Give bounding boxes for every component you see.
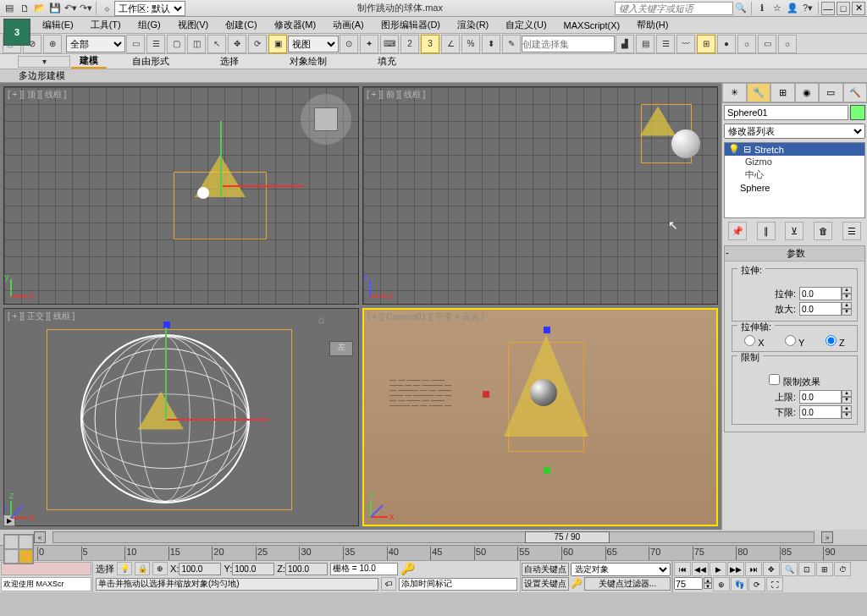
viewcube-icon[interactable] [301,94,351,145]
stretch-input[interactable] [799,287,842,300]
tab-modeling[interactable]: 建模 [71,54,107,69]
goto-start-icon[interactable]: ⏮ [674,562,691,576]
mirror-icon[interactable]: ▟ [616,35,634,53]
z-input[interactable] [285,563,328,575]
limit-effect-check[interactable] [769,374,780,385]
upper-input[interactable] [799,390,842,404]
axis-x-radio[interactable] [744,335,755,346]
menu-modifiers[interactable]: 修改器(M) [266,19,325,31]
current-frame-input[interactable] [674,577,703,590]
snap3d-icon[interactable]: 3 [421,35,439,53]
link-icon[interactable]: ⟐ [100,2,113,15]
search-icon[interactable]: 🔍 [734,2,748,15]
tab-selection[interactable]: 选择 [195,55,264,68]
params-header[interactable]: -参数 [725,246,864,261]
tab-freeform[interactable]: 自由形式 [107,55,195,68]
select-tool-icon[interactable]: ▭ [126,35,145,53]
object-name-input[interactable] [724,105,848,120]
tab-create-icon[interactable]: ✳ [722,83,747,102]
viewport-camera[interactable]: [ + ][ Camera01 ][ 平滑 + 高光 ] — — —— — ——… [362,308,718,526]
selection-filter[interactable]: 全部 [66,36,125,52]
play-icon[interactable]: ▶ [710,562,726,576]
timeslider-next-icon[interactable]: > [821,531,833,543]
redo-icon[interactable]: ↷▾ [79,2,92,15]
render-frame-icon[interactable]: ▭ [758,35,776,53]
abs-rel-icon[interactable]: ⊕ [152,562,168,575]
home-icon[interactable]: ⌂ [318,314,324,326]
tab-modify-icon[interactable]: 🔧 [747,83,771,102]
setkey-button[interactable]: 设置关键点 [522,577,569,591]
viewcube-face[interactable]: 左 [329,341,353,356]
show-end-icon[interactable]: ∥ [757,222,776,240]
menu-customize[interactable]: 自定义(U) [497,19,555,31]
maximize-button[interactable]: □ [837,2,850,15]
new-icon[interactable]: 🗋 [18,2,31,15]
remove-mod-icon[interactable]: 🗑 [814,222,832,240]
editnamed-icon[interactable]: ✎ [502,35,521,53]
amplify-input[interactable] [799,302,842,316]
timeslider-prev-icon[interactable]: < [34,531,46,543]
unique-icon[interactable]: ⊻ [785,222,803,240]
autokey-button[interactable]: 自动关键点 [522,563,569,576]
pin-stack-icon[interactable]: 📌 [728,222,747,240]
save-icon[interactable]: 💾 [48,2,62,15]
align-icon[interactable]: ▤ [636,35,654,53]
minimize-button[interactable]: — [821,2,835,15]
spinner-down-icon[interactable]: ▼ [842,294,852,300]
infocenter-icon[interactable]: ℹ [755,2,769,15]
key-icon[interactable]: 🔑 [400,562,415,575]
nav-zoom-icon[interactable]: 🔍 [781,562,798,576]
timetag-icon[interactable]: 🏷 [381,577,396,591]
nav-pan-icon[interactable]: ✥ [763,562,780,576]
nav-zoomall-icon[interactable]: ⊞ [816,562,833,576]
menu-grapheditors[interactable]: 图形编辑器(D) [373,19,449,31]
timeconfig-icon[interactable]: ⏱ [834,562,851,576]
manip-icon[interactable]: ✦ [360,35,378,53]
menu-tools[interactable]: 工具(T) [82,19,130,31]
configure-icon[interactable]: ☰ [842,222,861,240]
window-crossing-icon[interactable]: ◫ [187,35,206,53]
anglesnap-icon[interactable]: ∠ [441,35,460,53]
timeline-ruler[interactable]: 051015202530354045505560657075808590 [37,547,867,560]
time-slider-track[interactable]: 75 / 90 [52,531,815,543]
tab-populate[interactable]: 填充 [352,55,422,68]
setkey-key-icon[interactable]: 🔑 [571,578,583,589]
spinnersnap-icon[interactable]: ⬍ [482,35,500,53]
timetag-input[interactable] [399,578,517,591]
tab-display-icon[interactable]: ▭ [819,83,843,102]
next-frame-icon[interactable]: ▶▶ [727,562,744,576]
pivot-icon[interactable]: ⊙ [340,35,358,53]
pctsnap-icon[interactable]: % [461,35,480,53]
viewport-front[interactable]: [ + ][ 前 ][ 线框 ] ↖ xz [362,86,718,305]
lock2-icon[interactable]: 🔒 [135,562,150,575]
menu-edit[interactable]: 编辑(E) [34,19,82,31]
menu-animation[interactable]: 动画(A) [324,19,373,31]
menu-create[interactable]: 创建(C) [217,19,265,31]
bulb-icon[interactable]: 💡 [728,144,740,155]
open-icon[interactable]: 📂 [33,2,47,15]
search-input[interactable] [615,2,733,15]
bind-tool-icon[interactable]: ⊕ [43,35,62,53]
tab-objectpaint[interactable]: 对象绘制 [264,55,352,68]
undo-icon[interactable]: ↶▾ [64,2,77,15]
material-icon[interactable]: ● [717,35,736,53]
star-icon[interactable]: ☆ [770,2,784,15]
y-input[interactable] [232,563,274,575]
nav-rotate-icon[interactable]: ⟳ [748,577,765,591]
app-logo-icon[interactable]: 3 [3,19,30,46]
polymodel-label[interactable]: 多边形建模 [19,69,65,82]
help-icon[interactable]: ?▾ [801,2,815,15]
lower-input[interactable] [799,405,842,419]
axis-y-radio[interactable] [785,335,796,346]
keymode-icon[interactable]: ⌨ [380,35,399,53]
scale-tool-icon[interactable]: ▣ [268,35,287,53]
snap2d-icon[interactable]: 2 [400,35,419,53]
menu-group[interactable]: 组(G) [130,19,169,31]
nav-walk-icon[interactable]: 👣 [731,577,748,591]
axis-z-radio[interactable] [826,335,837,346]
x-input[interactable] [179,563,221,575]
spinner-up-icon[interactable]: ▲ [842,287,852,294]
curve-editor-icon[interactable]: 〰 [676,35,695,53]
render-setup-icon[interactable]: ☼ [737,35,756,53]
app-menu-icon[interactable]: ▤ [3,2,16,15]
